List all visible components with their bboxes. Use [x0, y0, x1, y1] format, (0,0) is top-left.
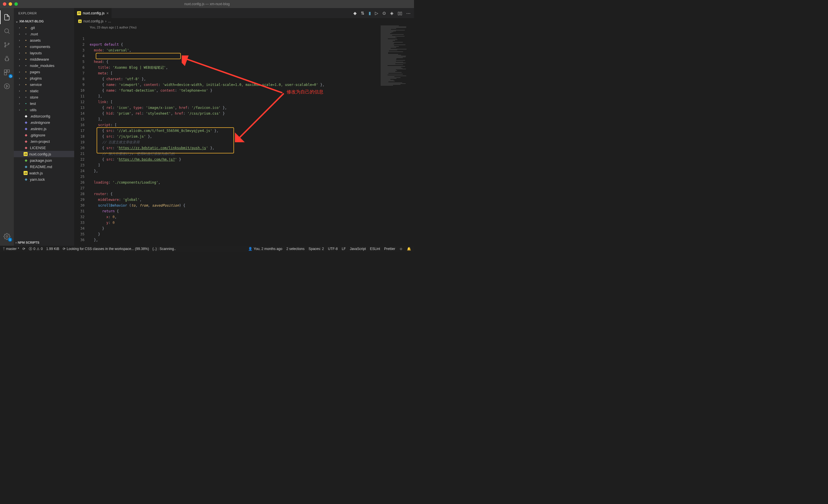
code-line-21[interactable]: { src: 'https://hm.baidu.com/hm.js?' } [90, 156, 379, 163]
code-line-9[interactable]: { name: 'format-detection', content: 'te… [90, 88, 379, 93]
code-line-11[interactable]: link: [ [90, 99, 379, 105]
code-line-30[interactable]: return { [90, 208, 379, 214]
code-line-20[interactable]: // 加入百度统计js，使用时自行添加为自己的 [90, 151, 379, 156]
eol[interactable]: LF [342, 247, 346, 251]
file-.editorconfig[interactable]: ◆.editorconfig [14, 113, 74, 119]
compare-icon[interactable]: ⇅ [361, 11, 365, 16]
file-README.md[interactable]: ◆README.md [14, 164, 74, 170]
folder-middleware[interactable]: ›▪middleware [14, 56, 74, 62]
preview-icon[interactable]: ⊙ [382, 11, 386, 16]
more-actions-icon[interactable]: ⋯ [406, 11, 411, 16]
settings-tab[interactable]: 1 [0, 230, 14, 243]
file-size[interactable]: 1.99 KiB [46, 247, 59, 251]
code-line-8[interactable]: { name: 'viewport', content: 'width=devi… [90, 82, 379, 88]
codelens[interactable]: You, 23 days ago | 1 author (You) [90, 25, 379, 30]
code-line-17[interactable]: { src: '/js/prism.js' }, [90, 134, 379, 139]
eslint-status[interactable]: ESLint [370, 247, 380, 251]
folder-node_modules[interactable]: ›▪node_modules [14, 62, 74, 69]
folder-components[interactable]: ›▪components [14, 43, 74, 50]
close-tab-icon[interactable]: × [107, 11, 109, 15]
file-.tern-project[interactable]: ◆.tern-project [14, 138, 74, 144]
folder-.nuxt[interactable]: ›▪.nuxt [14, 31, 74, 37]
prettier-status[interactable]: Prettier [384, 247, 395, 251]
code-line-33[interactable]: } [90, 226, 379, 231]
folder-service[interactable]: ›▪service [14, 81, 74, 88]
file-watch.js[interactable]: JSwatch.js [14, 170, 74, 176]
minimap[interactable] [379, 25, 414, 246]
code-line-28[interactable]: middleware: 'global', [90, 197, 379, 202]
tab-nuxt-config[interactable]: JS nuxt.config.js × [74, 8, 112, 18]
file-LICENSE[interactable]: ◆LICENSE [14, 144, 74, 151]
close-window-button[interactable] [3, 2, 6, 6]
code-line-31[interactable]: x: 0, [90, 214, 379, 220]
code-line-34[interactable]: } [90, 231, 379, 237]
breadcrumb[interactable]: JS nuxt.config.js › ... [74, 18, 414, 25]
code-line-10[interactable]: ], [90, 93, 379, 99]
action-icon-2[interactable]: ◈ [390, 11, 394, 16]
code-line-26[interactable] [90, 185, 379, 191]
git-branch[interactable]: ᛘ master* [3, 247, 19, 251]
file-.eslintignore[interactable]: ◆.eslintignore [14, 119, 74, 126]
folder-assets[interactable]: ›▪assets [14, 37, 74, 43]
file-nuxt.config.js[interactable]: JSnuxt.config.js [14, 151, 74, 157]
folder-layouts[interactable]: ›▪layouts [14, 50, 74, 56]
problems[interactable]: ⓧ 0 ⚠ 0 [29, 246, 43, 251]
code-line-6[interactable]: meta: [ [90, 71, 379, 76]
code-line-3[interactable] [90, 53, 379, 59]
code-line-29[interactable]: scrollBehavior (to, from, savedPosition)… [90, 202, 379, 208]
folder-pages[interactable]: ›▪pages [14, 69, 74, 75]
search-tab[interactable] [0, 24, 14, 38]
file-.gitignore[interactable]: ◆.gitignore [14, 132, 74, 138]
git-sync[interactable]: ⟳ [23, 247, 25, 251]
folder-plugins[interactable]: ›▪plugins [14, 75, 74, 81]
run-icon[interactable]: ▷ [375, 11, 378, 16]
code-line-1[interactable]: export default { [90, 42, 379, 47]
extensions-tab[interactable]: ◷ [0, 65, 14, 79]
code-line-15[interactable]: script: [ [90, 122, 379, 128]
code-line-2[interactable]: mode: 'universal', [90, 47, 379, 53]
code-line-12[interactable]: { rel: 'icon', type: 'image/x-icon', hre… [90, 105, 379, 110]
code-line-36[interactable] [90, 243, 379, 246]
code-line-5[interactable]: title: 'Xuanmo Blog | WEB前端笔记', [90, 65, 379, 71]
file-package.json[interactable]: ◆package.json [14, 157, 74, 164]
file-yarn.lock[interactable]: ◆yarn.lock [14, 176, 74, 182]
folder-.git[interactable]: ›▪.git [14, 25, 74, 31]
explorer-tab[interactable] [0, 10, 14, 24]
encoding[interactable]: UTF-8 [328, 247, 338, 251]
notifications-icon[interactable]: 🔔 [407, 247, 411, 251]
feedback-icon[interactable]: ☺ [399, 247, 403, 251]
code-line-16[interactable]: { src: '//at.alicdn.com/t/font_556506_8c… [90, 128, 379, 134]
source-control-tab[interactable] [0, 38, 14, 52]
folder-store[interactable]: ›▪store [14, 94, 74, 100]
action-icon-1[interactable]: ◆ [353, 11, 357, 16]
code-content[interactable]: You, 23 days ago | 1 author (You) export… [90, 25, 379, 246]
code-line-4[interactable]: head: { [90, 59, 379, 65]
code-editor[interactable]: 1234567891011121314151617181920212223242… [74, 25, 414, 246]
code-line-22[interactable]: ] [90, 163, 379, 168]
code-line-35[interactable]: }, [90, 237, 379, 243]
selections[interactable]: 2 selections [286, 247, 304, 251]
folder-utils[interactable]: ›▪utils [14, 106, 74, 113]
npm-scripts-header[interactable]: › NPM SCRIPTS [14, 239, 74, 246]
folder-static[interactable]: ›▪static [14, 88, 74, 94]
code-line-14[interactable]: ], [90, 117, 379, 122]
split-editor-icon[interactable]: ▯▯ [398, 11, 402, 16]
code-line-23[interactable]: }, [90, 168, 379, 174]
css-scan-status[interactable]: ⟳ Looking for CSS classes in the workspa… [63, 247, 149, 251]
code-line-19[interactable]: { src: 'https://zz.bdstatic.com/linksubm… [90, 145, 379, 151]
indentation[interactable]: Spaces: 2 [308, 247, 324, 251]
git-blame[interactable]: 👤 You, 2 months ago [248, 247, 282, 251]
code-line-27[interactable]: router: { [90, 191, 379, 197]
scanning-status[interactable]: {..} : Scanning.. [152, 247, 176, 251]
code-line-18[interactable]: // 百度主推文章收录用 [90, 139, 379, 145]
code-line-25[interactable]: loading: './components/Loading', [90, 180, 379, 185]
code-line-24[interactable] [90, 174, 379, 180]
debug-tab[interactable] [0, 52, 14, 65]
code-line-32[interactable]: y: 0 [90, 220, 379, 226]
project-header[interactable]: ⌄ XM-NUXT-BLOG [14, 18, 74, 25]
minimize-window-button[interactable] [9, 2, 12, 6]
open-changes-icon[interactable]: ▮ [369, 11, 371, 16]
maximize-window-button[interactable] [14, 2, 18, 6]
folder-test[interactable]: ›▪test [14, 100, 74, 106]
language-mode[interactable]: JavaScript [350, 247, 366, 251]
